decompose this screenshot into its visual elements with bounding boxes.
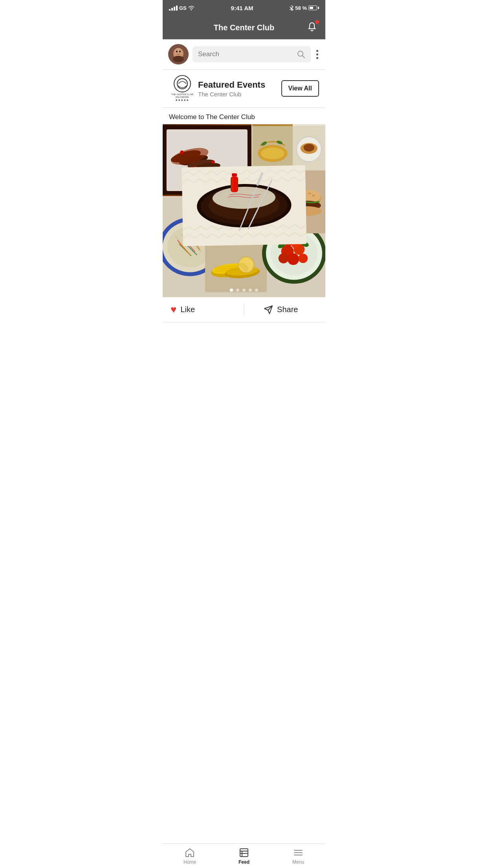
wifi-icon bbox=[188, 6, 194, 10]
search-icon bbox=[297, 50, 305, 59]
carousel-dots bbox=[163, 289, 325, 292]
view-all-button[interactable]: View All bbox=[281, 80, 319, 97]
avatar bbox=[168, 44, 189, 64]
app-header: The Center Club bbox=[163, 16, 325, 39]
search-input-wrap[interactable] bbox=[193, 46, 311, 63]
club-logo: THE CENTER CLUB BALTIMORE ★★★★★ bbox=[169, 75, 196, 102]
battery-indicator bbox=[308, 6, 319, 10]
svg-point-4 bbox=[179, 51, 181, 53]
svg-point-15 bbox=[211, 160, 215, 164]
welcome-text: Welcome to The Center Club bbox=[163, 108, 325, 124]
logo-circle bbox=[174, 75, 191, 92]
action-row: ♥ Like Share bbox=[163, 297, 325, 322]
share-label: Share bbox=[277, 305, 298, 314]
status-time: 9:41 AM bbox=[231, 5, 253, 11]
like-label: Like bbox=[180, 305, 195, 314]
battery-percent: 58 % bbox=[295, 5, 307, 11]
status-left: GS bbox=[169, 5, 194, 11]
featured-events-row: THE CENTER CLUB BALTIMORE ★★★★★ Featured… bbox=[163, 70, 325, 108]
notification-badge bbox=[315, 20, 319, 24]
search-row bbox=[163, 39, 325, 70]
svg-point-3 bbox=[176, 51, 178, 53]
svg-point-86 bbox=[312, 195, 315, 197]
share-button[interactable]: Share bbox=[244, 305, 318, 314]
dot-4 bbox=[249, 289, 252, 292]
svg-point-72 bbox=[279, 253, 289, 263]
food-mosaic bbox=[163, 124, 325, 297]
logo-decoration bbox=[174, 75, 191, 92]
svg-point-5 bbox=[173, 56, 184, 62]
drink-bottle bbox=[228, 173, 241, 197]
stars: ★★★★★ bbox=[171, 99, 193, 102]
like-button[interactable]: ♥ Like bbox=[171, 303, 244, 316]
food-image-carousel[interactable] bbox=[163, 124, 325, 297]
featured-events-title: Featured Events bbox=[198, 80, 281, 90]
status-right: 58 % bbox=[290, 5, 319, 11]
featured-events-subtitle: The Center Club bbox=[198, 91, 281, 97]
svg-point-19 bbox=[261, 147, 284, 159]
heart-icon: ♥ bbox=[171, 303, 176, 316]
more-options-button[interactable] bbox=[315, 48, 320, 61]
share-icon bbox=[264, 305, 273, 314]
logo-name-text: THE CENTER CLUB BALTIMORE ★★★★★ bbox=[171, 93, 193, 102]
bluetooth-icon bbox=[290, 5, 294, 11]
corn-dish bbox=[205, 242, 267, 294]
avatar-image bbox=[168, 44, 189, 64]
status-bar: GS 9:41 AM 58 % bbox=[163, 0, 325, 16]
svg-rect-90 bbox=[232, 173, 237, 177]
search-input[interactable] bbox=[198, 50, 293, 58]
dot-3 bbox=[242, 289, 246, 292]
dot-1 bbox=[230, 289, 233, 292]
svg-point-85 bbox=[308, 193, 310, 195]
carrier-label: GS bbox=[179, 5, 187, 11]
dot-2 bbox=[236, 289, 239, 292]
signal-bars bbox=[169, 6, 178, 11]
svg-point-25 bbox=[304, 144, 315, 152]
featured-text: Featured Events The Center Club bbox=[198, 80, 281, 97]
notifications-button[interactable] bbox=[305, 20, 319, 35]
app-title: The Center Club bbox=[214, 23, 274, 32]
svg-rect-92 bbox=[231, 177, 234, 191]
svg-point-73 bbox=[299, 254, 308, 263]
svg-point-14 bbox=[180, 151, 184, 154]
bell-icon-wrap bbox=[306, 22, 317, 34]
dot-5 bbox=[255, 289, 258, 292]
svg-point-71 bbox=[288, 253, 299, 265]
